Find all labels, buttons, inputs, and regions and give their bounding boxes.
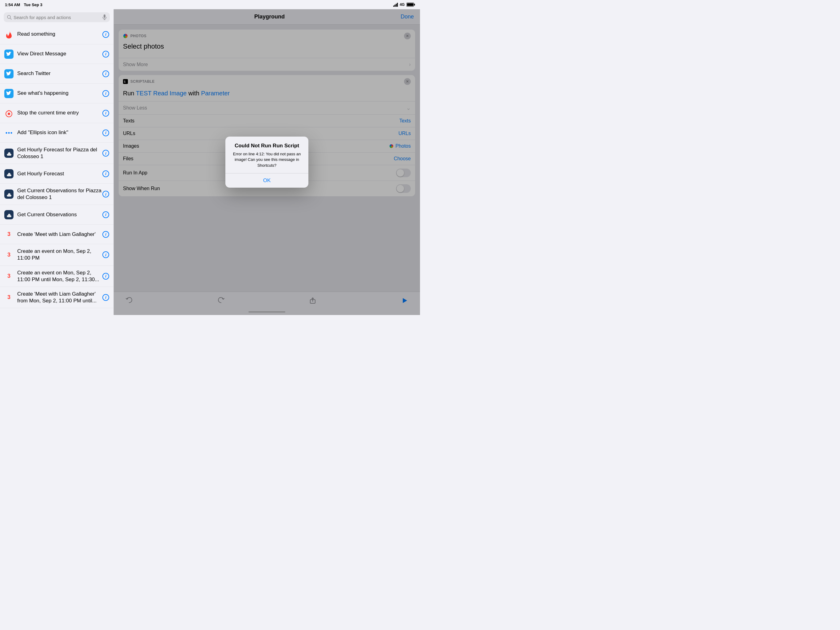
info-btn-current-obs[interactable]: i: [103, 211, 109, 218]
alert-ok-button[interactable]: OK: [225, 174, 308, 188]
list-item-add-ellipsis[interactable]: Add "Ellipsis icon link" i: [0, 123, 114, 143]
list-item-search-twitter[interactable]: Search Twitter i: [0, 64, 114, 84]
weather-icon-1: [4, 149, 14, 158]
alert-message: Error on line 4:12: You did not pass an …: [230, 151, 303, 168]
alert-body: Could Not Run Run Script Error on line 4…: [225, 136, 308, 173]
svg-rect-5: [104, 14, 106, 18]
list-item-see-whats-happening[interactable]: See what's happening i: [0, 84, 114, 103]
action-list: Read something i View Direct Message i: [0, 25, 114, 315]
info-btn-hourly-piazza[interactable]: i: [103, 150, 109, 157]
left-panel: Read something i View Direct Message i: [0, 9, 114, 315]
list-item-create-meet-liam[interactable]: 3 Create 'Meet with Liam Gallagher' i: [0, 225, 114, 244]
info-btn-create-event-sep2-until[interactable]: i: [103, 273, 109, 280]
calendar-icon-1: 3: [4, 230, 14, 239]
clock-stop-icon: [4, 109, 14, 118]
item-label-current-obs-piazza: Get Current Observations for Piazza del …: [17, 187, 103, 201]
info-btn-read-something[interactable]: i: [103, 31, 109, 38]
time: 1:54 AM: [5, 2, 20, 7]
item-label-create-event-sep2-until: Create an event on Mon, Sep 2, 11:00 PM …: [17, 269, 103, 283]
item-label-create-event-sep2: Create an event on Mon, Sep 2, 11:00 PM: [17, 248, 103, 261]
status-left: 1:54 AM Tue Sep 3: [5, 2, 43, 7]
info-btn-hourly-forecast[interactable]: i: [103, 171, 109, 177]
info-btn-add-ellipsis[interactable]: i: [103, 130, 109, 136]
alert-title: Could Not Run Run Script: [230, 143, 303, 149]
list-item-stop-time-entry[interactable]: Stop the current time entry i: [0, 103, 114, 123]
ellipsis-dots-icon: [4, 128, 14, 138]
item-label-hourly-piazza: Get Hourly Forecast for Piazza del Colos…: [17, 146, 103, 160]
twitter-icon-3: [4, 89, 14, 98]
search-input[interactable]: [14, 15, 101, 20]
main-layout: Read something i View Direct Message i: [0, 9, 420, 315]
weather-icon-2: [4, 169, 14, 179]
info-btn-search-twitter[interactable]: i: [103, 70, 109, 77]
svg-point-13: [8, 132, 10, 133]
search-bar[interactable]: [4, 12, 110, 22]
twitter-icon-1: [4, 49, 14, 59]
svg-line-4: [10, 18, 11, 19]
calendar-icon-4: 3: [4, 293, 14, 302]
info-btn-create-meet-liam[interactable]: i: [103, 231, 109, 238]
item-label-read-something: Read something: [17, 31, 103, 38]
twitter-icon-2: [4, 69, 14, 78]
list-item-hourly-forecast[interactable]: Get Hourly Forecast i: [0, 164, 114, 184]
info-btn-create-event-sep2[interactable]: i: [103, 251, 109, 258]
item-label-current-obs: Get Current Observations: [17, 211, 103, 218]
svg-rect-1: [414, 4, 415, 6]
item-label-see-whats-happening: See what's happening: [17, 90, 103, 97]
svg-rect-9: [8, 112, 10, 115]
mic-icon[interactable]: [103, 14, 107, 20]
list-item-hourly-piazza[interactable]: Get Hourly Forecast for Piazza del Colos…: [0, 143, 114, 164]
item-label-add-ellipsis: Add "Ellipsis icon link": [17, 129, 103, 136]
info-btn-stop-time-entry[interactable]: i: [103, 110, 109, 117]
list-item-create-event-sep2-until[interactable]: 3 Create an event on Mon, Sep 2, 11:00 P…: [0, 266, 114, 287]
list-item-create-meet-liam-from[interactable]: 3 Create 'Meet with Liam Gallagher' from…: [0, 287, 114, 308]
item-label-create-meet-liam-from: Create 'Meet with Liam Gallagher' from M…: [17, 291, 103, 304]
info-btn-see-whats-happening[interactable]: i: [103, 90, 109, 97]
list-item-create-event-sep2[interactable]: 3 Create an event on Mon, Sep 2, 11:00 P…: [0, 244, 114, 266]
search-icon: [7, 15, 12, 20]
item-label-search-twitter: Search Twitter: [17, 70, 103, 77]
battery-icon: [406, 2, 415, 7]
weather-icon-3: [4, 190, 14, 199]
status-bar: 1:54 AM Tue Sep 3 4G: [0, 0, 420, 9]
calendar-icon-3: 3: [4, 272, 14, 281]
list-item-current-obs[interactable]: Get Current Observations i: [0, 205, 114, 225]
item-label-stop-time-entry: Stop the current time entry: [17, 109, 103, 116]
list-item-current-obs-piazza[interactable]: Get Current Observations for Piazza del …: [0, 184, 114, 205]
info-btn-create-meet-liam-from[interactable]: i: [103, 294, 109, 301]
right-panel: Playground Done: [114, 9, 420, 315]
list-item-read-something[interactable]: Read something i: [0, 25, 114, 44]
svg-rect-2: [407, 3, 414, 6]
date: Tue Sep 3: [24, 2, 42, 7]
network-label: 4G: [400, 2, 405, 7]
status-right: 4G: [393, 2, 415, 7]
list-item-view-direct-message[interactable]: View Direct Message i: [0, 44, 114, 64]
alert-dialog: Could Not Run Run Script Error on line 4…: [225, 136, 308, 188]
item-label-view-direct-message: View Direct Message: [17, 51, 103, 57]
alert-overlay: Could Not Run Run Script Error on line 4…: [114, 9, 420, 315]
info-btn-current-obs-piazza[interactable]: i: [103, 191, 109, 198]
flame-icon: [4, 30, 14, 39]
item-label-hourly-forecast: Get Hourly Forecast: [17, 171, 103, 177]
info-btn-view-direct-message[interactable]: i: [103, 51, 109, 57]
svg-point-14: [11, 132, 12, 133]
svg-point-12: [6, 132, 7, 133]
calendar-icon-2: 3: [4, 250, 14, 259]
item-label-create-meet-liam: Create 'Meet with Liam Gallagher': [17, 231, 103, 238]
signal-icon: [393, 3, 398, 7]
weather-icon-4: [4, 210, 14, 219]
